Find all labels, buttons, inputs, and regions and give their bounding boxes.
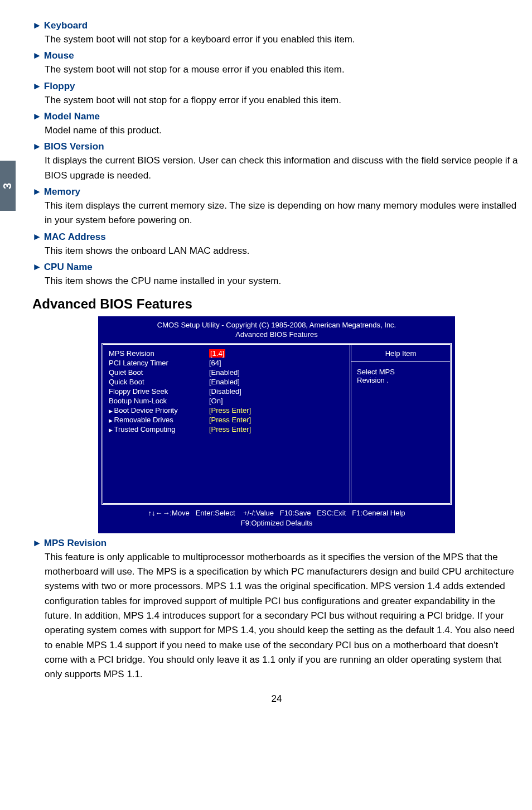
bios-row-label: Boot Device Priority [109,406,209,414]
item-header: ►CPU Name [32,262,521,273]
bios-row-value-wrap: [Press Enter] [209,416,344,424]
item-title: MAC Address [44,232,106,242]
bios-title-line1: CMOS Setup Utility - Copyright (C) 1985-… [101,321,452,330]
item-title: Model Name [44,111,100,122]
item-description: This item displays the current memory si… [45,199,521,228]
item-title: Memory [44,186,80,197]
bios-help-line1: Select MPS [357,368,444,376]
triangle-right-icon: ► [32,232,42,242]
bios-row-value-wrap: [Press Enter] [209,406,344,414]
item-title: BIOS Version [44,141,104,152]
bios-help-divider [351,361,450,362]
bios-row-value-wrap: [64] [209,359,344,367]
bios-help-panel: Help Item Select MPS Revision . [350,345,450,503]
item-header: ►Model Name [32,111,521,122]
item-description: This item shows the CPU name installed i… [45,274,521,288]
bios-row-label: Quick Boot [109,378,209,386]
document-page: 3 ►KeyboardThe system boot will not stop… [0,0,532,716]
bios-row-value: [Enabled] [209,378,240,386]
bios-row-label: Bootup Num-Lock [109,397,209,405]
triangle-right-icon: ► [32,538,42,548]
item-description: The system boot will not stop for a mous… [45,62,521,77]
item-header: ►Floppy [32,81,521,92]
bios-row-label: Trusted Computing [109,425,209,433]
bios-row-value: [1.4] [209,349,225,358]
bios-footer-line2: F9:Optimized Defaults [101,518,452,528]
bios-row-value: [Press Enter] [209,416,251,424]
bios-row-label: Quiet Boot [109,368,209,377]
item-title: Floppy [44,81,75,91]
bios-row-value: [Press Enter] [209,425,251,433]
item-header: ►MPS Revision [32,538,521,549]
bios-row-label: PCI Latency Timer [109,359,209,367]
item-header: ►Memory [32,186,521,197]
bios-row-label: MPS Revision [109,349,209,358]
item-description: It displays the current BIOS version. Us… [45,153,521,183]
triangle-right-icon: ► [32,50,42,61]
item-description: Model name of this product. [45,123,521,138]
item-header: ►MAC Address [32,232,521,243]
chapter-number: 3 [2,182,14,189]
bios-row-value-wrap: [Enabled] [209,378,344,386]
triangle-right-icon: ► [32,20,42,31]
item-header: ►Mouse [32,50,521,61]
chapter-tab: 3 [0,161,16,211]
bios-footer-line1: ↑↓←→:Move Enter:Select +/-/:Value F10:Sa… [101,508,452,518]
triangle-right-icon: ► [32,141,42,152]
bios-content: MPS Revision[1.4]PCI Latency Timer[64]Qu… [101,343,452,505]
bios-row-label: Floppy Drive Seek [109,387,209,396]
item-title: MPS Revision [44,538,107,548]
bios-screenshot: CMOS Setup Utility - Copyright (C) 1985-… [98,316,455,533]
item-title: CPU Name [44,262,93,272]
item-description: This item shows the onboard LAN MAC addr… [45,244,521,258]
triangle-right-icon: ► [32,81,42,91]
items-list-top: ►KeyboardThe system boot will not stop f… [32,20,521,288]
item-header: ►BIOS Version [32,141,521,152]
item-title: Mouse [44,50,74,61]
item-description: The system boot will not stop for a keyb… [45,32,521,47]
bios-settings-list: MPS Revision[1.4]PCI Latency Timer[64]Qu… [103,345,350,503]
triangle-right-icon: ► [32,111,42,122]
bios-help-title: Help Item [357,349,444,358]
bios-row-value: [Disabled] [209,387,241,396]
bios-footer: ↑↓←→:Move Enter:Select +/-/:Value F10:Sa… [101,505,452,529]
bios-row-value-wrap: [On] [209,397,344,405]
item-description: This feature is only applicable to multi… [45,550,521,682]
item-description: The system boot will not stop for a flop… [45,93,521,108]
bios-row-value-wrap: [Enabled] [209,368,344,377]
section-title: Advanced BIOS Features [32,296,521,312]
bios-row-value: [Enabled] [209,368,240,377]
item-title: Keyboard [44,20,88,31]
bios-row-value-wrap: [Press Enter] [209,425,344,433]
triangle-right-icon: ► [32,186,42,197]
bios-help-line2: Revision . [357,376,444,384]
bios-title-line2: Advanced BIOS Features [101,330,452,340]
triangle-right-icon: ► [32,262,42,272]
bios-row-value: [64] [209,359,221,367]
items-list-bottom: ►MPS RevisionThis feature is only applic… [32,538,521,682]
page-number: 24 [32,693,521,705]
bios-help-body: Select MPS Revision . [357,368,444,384]
bios-row-value: [On] [209,397,223,405]
bios-title: CMOS Setup Utility - Copyright (C) 1985-… [101,320,452,343]
bios-row-value-wrap: [1.4] [209,349,344,358]
bios-row-label: Removable Drives [109,416,209,424]
bios-row-value: [Press Enter] [209,406,251,414]
item-header: ►Keyboard [32,20,521,31]
bios-row-value-wrap: [Disabled] [209,387,344,396]
